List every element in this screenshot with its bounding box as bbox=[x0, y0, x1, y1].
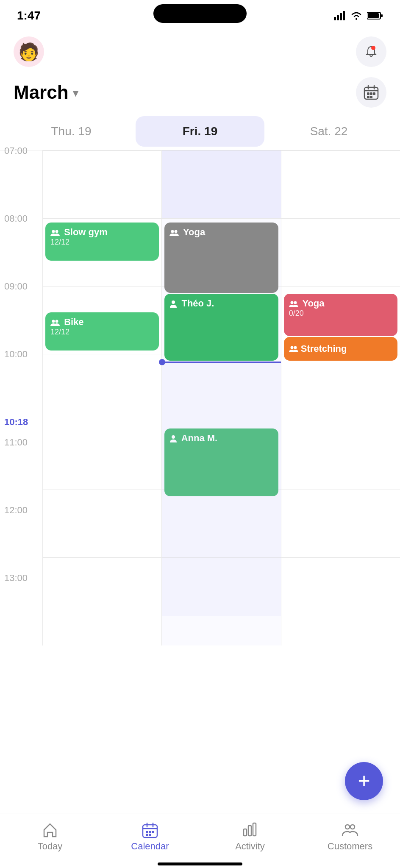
hour-line-sat-900 bbox=[281, 286, 400, 287]
tab-thu19[interactable]: Thu. 19 bbox=[7, 116, 136, 147]
tab-fri19[interactable]: Fri. 19 bbox=[136, 116, 264, 147]
col-fri19: Yoga Théo J. Anna M. bbox=[161, 150, 281, 645]
bottom-nav: Today Calendar Activity Cust bbox=[0, 813, 400, 868]
col-sat22: Yoga 0/20 Stretching bbox=[281, 150, 400, 645]
hour-line-700 bbox=[43, 150, 161, 151]
svg-rect-35 bbox=[149, 831, 151, 833]
nav-activity[interactable]: Activity bbox=[200, 813, 300, 860]
col-thu19: Slow gym 12/12 Bike 12/12 bbox=[42, 150, 161, 645]
svg-rect-34 bbox=[146, 831, 148, 833]
time-slot-800: 08:00 bbox=[0, 218, 42, 286]
time-slot-1200: 12:00 bbox=[0, 510, 42, 578]
time-column: 07:00 08:00 09:00 10:00 10:18 11:00 12:0… bbox=[0, 150, 42, 645]
svg-point-4 bbox=[356, 18, 357, 20]
event-yoga-gray[interactable]: Yoga bbox=[164, 223, 278, 293]
svg-rect-14 bbox=[370, 92, 372, 95]
hour-line-fri-1100 bbox=[162, 422, 281, 422]
svg-rect-17 bbox=[370, 96, 372, 98]
calendar-nav-icon bbox=[142, 821, 158, 838]
hour-line-1100 bbox=[43, 422, 161, 422]
svg-point-25 bbox=[172, 435, 175, 439]
status-time: 1:47 bbox=[17, 9, 41, 22]
svg-point-23 bbox=[175, 230, 178, 233]
nav-customers[interactable]: Customers bbox=[300, 813, 400, 860]
svg-point-21 bbox=[56, 320, 58, 323]
calendar-view-button[interactable] bbox=[356, 77, 386, 108]
svg-point-24 bbox=[172, 300, 175, 304]
svg-rect-1 bbox=[337, 15, 339, 20]
current-time-indicator bbox=[162, 362, 281, 363]
nav-today[interactable]: Today bbox=[0, 813, 100, 860]
svg-point-29 bbox=[294, 346, 297, 349]
svg-point-20 bbox=[52, 320, 55, 323]
notifications-button[interactable] bbox=[356, 36, 386, 67]
person-icon bbox=[169, 300, 177, 308]
event-anna[interactable]: Anna M. bbox=[164, 428, 278, 496]
svg-point-22 bbox=[171, 230, 174, 233]
svg-rect-13 bbox=[367, 92, 369, 95]
hour-line-1000 bbox=[43, 354, 161, 354]
day-tabs: Thu. 19 Fri. 19 Sat. 22 bbox=[0, 116, 400, 147]
status-bar: 1:47 bbox=[0, 0, 400, 25]
battery-icon bbox=[367, 11, 383, 20]
svg-rect-16 bbox=[367, 96, 369, 98]
hour-line-sat-1300 bbox=[281, 557, 400, 558]
wifi-icon bbox=[350, 11, 363, 20]
event-bike[interactable]: Bike 12/12 bbox=[45, 312, 159, 351]
month-label: March bbox=[14, 82, 69, 103]
hour-line-sat-1100 bbox=[281, 422, 400, 422]
signal-icon bbox=[334, 11, 346, 20]
svg-rect-0 bbox=[334, 17, 336, 20]
svg-rect-3 bbox=[343, 11, 345, 20]
highlight-block-morning bbox=[162, 150, 281, 218]
bell-icon bbox=[364, 45, 378, 58]
svg-rect-2 bbox=[340, 13, 342, 20]
hour-line-1300 bbox=[43, 557, 161, 558]
people-icon bbox=[289, 300, 298, 307]
nav-calendar[interactable]: Calendar bbox=[100, 813, 200, 860]
add-button[interactable]: + bbox=[345, 762, 383, 800]
svg-rect-41 bbox=[253, 823, 256, 836]
time-slot-1000: 10:00 bbox=[0, 354, 42, 422]
event-yoga-red[interactable]: Yoga 0/20 bbox=[284, 294, 397, 336]
svg-point-18 bbox=[52, 230, 55, 233]
svg-point-19 bbox=[56, 230, 58, 233]
home-icon bbox=[42, 821, 58, 838]
tab-sat22[interactable]: Sat. 22 bbox=[264, 116, 393, 147]
event-stretching[interactable]: Stretching bbox=[284, 337, 397, 361]
svg-rect-15 bbox=[373, 92, 375, 95]
svg-rect-7 bbox=[381, 14, 383, 17]
people-icon bbox=[50, 319, 60, 326]
hour-line-900 bbox=[43, 286, 161, 287]
svg-rect-39 bbox=[244, 829, 247, 836]
svg-rect-6 bbox=[368, 13, 379, 18]
avatar[interactable]: 🧑 bbox=[14, 36, 44, 67]
person-icon bbox=[169, 435, 177, 442]
svg-point-8 bbox=[371, 46, 375, 50]
svg-point-28 bbox=[290, 346, 293, 349]
notch bbox=[153, 4, 247, 23]
svg-rect-36 bbox=[152, 831, 154, 833]
svg-point-27 bbox=[294, 301, 297, 304]
svg-point-43 bbox=[350, 825, 355, 829]
header: 🧑 bbox=[0, 30, 400, 74]
calendar-grid: 07:00 08:00 09:00 10:00 10:18 11:00 12:0… bbox=[0, 150, 400, 722]
people-icon bbox=[169, 229, 179, 236]
time-slot-700: 07:00 bbox=[0, 150, 42, 218]
event-theo[interactable]: Théo J. bbox=[164, 294, 278, 361]
svg-rect-38 bbox=[149, 834, 151, 836]
hour-line-fri-800 bbox=[162, 218, 281, 219]
month-selector[interactable]: March ▾ bbox=[14, 82, 78, 103]
svg-rect-37 bbox=[146, 834, 148, 836]
chevron-down-icon: ▾ bbox=[73, 87, 78, 99]
hour-line-sat-700 bbox=[281, 150, 400, 151]
hour-line-sat-800 bbox=[281, 218, 400, 219]
hour-line-fri-1300 bbox=[162, 557, 281, 558]
svg-point-26 bbox=[290, 301, 293, 304]
time-slot-900: 09:00 bbox=[0, 286, 42, 354]
event-slow-gym[interactable]: Slow gym 12/12 bbox=[45, 223, 159, 261]
hour-line-800 bbox=[43, 218, 161, 219]
people-icon bbox=[289, 345, 298, 352]
time-slot-1100: 11:00 bbox=[0, 442, 42, 510]
customers-icon bbox=[342, 821, 358, 838]
